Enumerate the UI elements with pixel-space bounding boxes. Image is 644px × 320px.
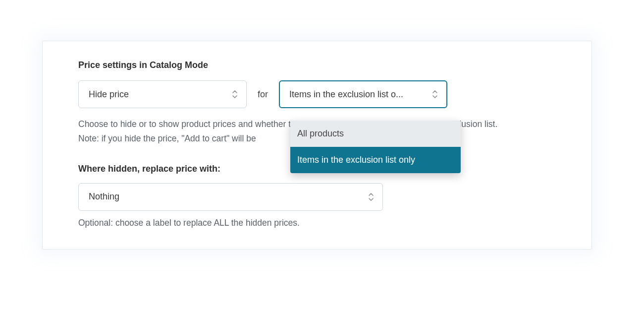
replace-description: Optional: choose a label to replace ALL … [78, 218, 556, 228]
replace-price-value: Nothing [89, 192, 119, 202]
hide-price-select[interactable]: Hide price [78, 80, 247, 108]
price-visibility-row: Hide price for Items in the exclusion li… [78, 80, 556, 108]
hide-price-value: Hide price [89, 89, 129, 100]
scope-select[interactable]: Items in the exclusion list o... [279, 80, 447, 108]
dropdown-option-exclusion-list[interactable]: Items in the exclusion list only [290, 147, 461, 173]
chevron-updown-icon [431, 90, 438, 99]
scope-value: Items in the exclusion list o... [289, 89, 403, 100]
for-label: for [258, 89, 268, 100]
section-title: Price settings in Catalog Mode [78, 60, 556, 70]
dropdown-option-all-products[interactable]: All products [290, 121, 461, 147]
chevron-updown-icon [231, 90, 238, 99]
description-line2: Note: if you hide the price, "Add to car… [78, 133, 256, 143]
scope-dropdown: All products Items in the exclusion list… [290, 121, 461, 173]
chevron-updown-icon [368, 192, 375, 201]
replace-price-select[interactable]: Nothing [78, 183, 383, 211]
